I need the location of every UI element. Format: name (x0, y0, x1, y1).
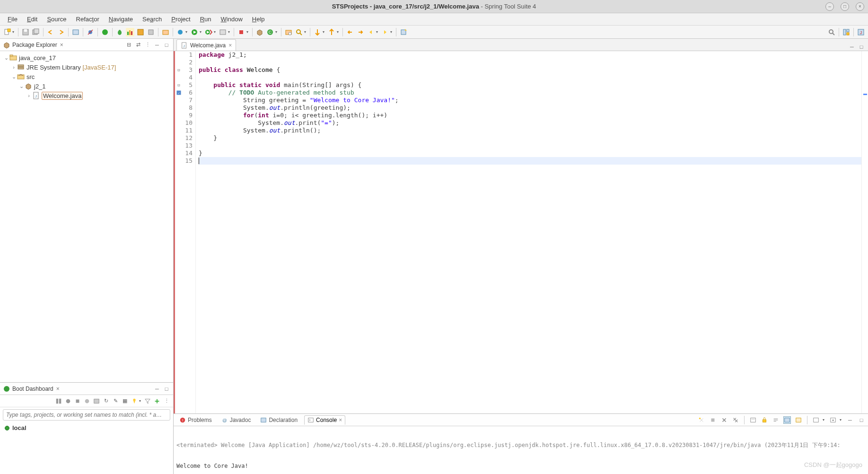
code-line[interactable]: System.out.println(greeting); (199, 104, 861, 112)
package-explorer-close-icon[interactable]: × (60, 42, 63, 48)
close-button[interactable]: × (856, 2, 864, 11)
editor-body[interactable]: ⊟⊟✓ 123456789101112131415 package j2_1; … (174, 51, 868, 413)
menu-search[interactable]: Search (138, 14, 167, 24)
tree-src[interactable]: ⌄ src (0, 72, 173, 81)
boot-filter-button[interactable] (144, 397, 151, 405)
boot-btn-3[interactable] (74, 397, 81, 405)
boot-filter-input[interactable] (3, 409, 170, 421)
code-line[interactable]: } (199, 134, 861, 142)
menu-refactor[interactable]: Refactor (71, 14, 104, 24)
menu-run[interactable]: Run (195, 14, 216, 24)
save-all-button[interactable] (32, 28, 40, 36)
console-minimize-button[interactable]: ─ (846, 416, 854, 424)
debug-button[interactable] (115, 28, 124, 36)
search-button[interactable] (295, 28, 303, 36)
tree-file[interactable]: › J Welcome.java (0, 91, 173, 100)
open-perspective-button[interactable] (842, 28, 850, 36)
code-line[interactable]: public class Welcome { (199, 66, 861, 74)
tab-problems[interactable]: ! Problems (176, 416, 215, 424)
maximize-button[interactable]: □ (841, 2, 849, 11)
profile-button[interactable] (136, 28, 145, 36)
editor-minimize-button[interactable]: ─ (848, 43, 856, 51)
java-perspective-button[interactable]: J (857, 28, 865, 36)
boot-item-local[interactable]: local (5, 424, 168, 431)
code-line[interactable] (199, 74, 861, 81)
forward-button[interactable] (381, 28, 389, 36)
package-explorer-tree[interactable]: ⌄ java_core_17 › JRE System Library [Jav… (0, 51, 173, 382)
tree-package[interactable]: ⌄ j2_1 (0, 81, 173, 91)
console-clear-button[interactable] (749, 416, 757, 424)
code-line[interactable] (199, 142, 861, 149)
console-display-button[interactable] (812, 416, 820, 424)
collapse-all-button[interactable]: ⊟ (125, 41, 132, 49)
console-removeall-button[interactable] (732, 416, 739, 424)
maximize-view-button[interactable]: □ (163, 41, 170, 49)
new-package-button[interactable] (255, 28, 264, 36)
console-pin-button[interactable] (783, 416, 791, 424)
undo-button[interactable] (46, 28, 55, 36)
new-project-button[interactable] (161, 28, 170, 36)
console-word-wrap-button[interactable] (772, 416, 780, 424)
console-btn-1[interactable] (698, 416, 705, 424)
run-last-button[interactable] (204, 28, 213, 36)
code-area[interactable]: package j2_1; public class Welcome { pub… (196, 51, 861, 413)
boot-btn-9[interactable] (131, 397, 138, 405)
tab-declaration[interactable]: Declaration (257, 416, 300, 424)
boot-btn-4[interactable] (83, 397, 91, 405)
boot-maximize-button[interactable]: □ (163, 385, 170, 393)
code-line[interactable]: } (199, 149, 861, 157)
switch-editor-button[interactable] (71, 28, 80, 36)
view-menu-button[interactable]: ⋮ (144, 41, 151, 49)
last-edit-button[interactable] (346, 28, 354, 36)
menu-edit[interactable]: Edit (22, 14, 42, 24)
boot-btn-5[interactable] (93, 397, 100, 405)
code-line[interactable]: public static void main(String[] args) { (199, 81, 861, 89)
console-show-button[interactable] (795, 416, 802, 424)
toggle-mark-button[interactable] (313, 28, 322, 36)
minimize-view-button[interactable]: ─ (153, 41, 161, 49)
boot-dashboard-close-icon[interactable]: × (56, 386, 60, 392)
boot-btn-7[interactable]: ✎ (112, 397, 119, 405)
code-line[interactable]: for(int i=0; i< greeting.length(); i++) (199, 112, 861, 119)
tab-javadoc[interactable]: @ Javadoc (219, 416, 254, 424)
stop-button[interactable] (101, 28, 109, 36)
boot-add-button[interactable] (153, 397, 161, 405)
boot-btn-6[interactable]: ↻ (102, 397, 110, 405)
relaunch-button[interactable] (237, 28, 245, 36)
console-open-button[interactable]: + (829, 416, 837, 424)
boot-btn-8[interactable]: ▦ (121, 397, 129, 405)
boot-tree[interactable]: local (0, 422, 173, 433)
console-terminate-button[interactable] (709, 416, 717, 424)
console-remove-button[interactable] (720, 416, 728, 424)
code-line[interactable] (199, 157, 861, 165)
code-line[interactable]: // TODO Auto-generated method stub (199, 89, 861, 97)
new-class-button[interactable]: C (266, 28, 274, 36)
link-editor-button[interactable]: ⇄ (134, 41, 142, 49)
overview-ruler[interactable] (861, 51, 868, 413)
coverage-button[interactable] (126, 28, 134, 36)
run-button[interactable] (190, 28, 199, 36)
open-type-button[interactable] (284, 28, 293, 36)
menu-project[interactable]: Project (167, 14, 195, 24)
console-maximize-button[interactable]: □ (858, 416, 865, 424)
run-config-button[interactable] (219, 28, 227, 36)
quick-access-button[interactable] (827, 28, 836, 36)
back-location-button[interactable] (356, 28, 365, 36)
tree-project[interactable]: ⌄ java_core_17 (0, 53, 173, 62)
save-button[interactable] (21, 28, 30, 36)
menu-window[interactable]: Window (216, 14, 247, 24)
code-line[interactable] (199, 59, 861, 66)
pin-editor-button[interactable] (399, 28, 408, 36)
minimize-button[interactable]: – (825, 2, 834, 11)
console-scroll-lock-button[interactable] (761, 416, 768, 424)
editor-tab-welcome[interactable]: J Welcome.java × (176, 39, 236, 51)
code-line[interactable]: System.out.println(); (199, 127, 861, 134)
console-close-icon[interactable]: × (339, 417, 342, 423)
redo-button[interactable] (57, 28, 65, 36)
code-line[interactable]: System.out.print("="); (199, 119, 861, 127)
editor-tab-close-icon[interactable]: × (228, 42, 232, 49)
new-button[interactable] (3, 28, 11, 36)
skip-breakpoints-button[interactable] (86, 28, 95, 36)
open-console-button[interactable] (176, 28, 184, 36)
console-output[interactable]: <terminated> Welcome [Java Application] … (174, 426, 868, 474)
